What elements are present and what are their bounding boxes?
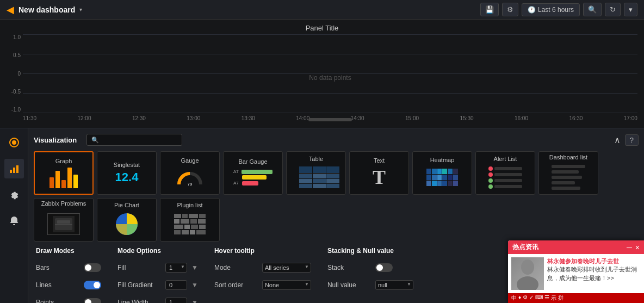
sort-order-label: Sort order [214,281,258,289]
taskbar-icons: 中 ♦ ⚙ ✓ ⌨ ☰ 示 拼 [511,294,564,302]
chart-body: No data points 11:30 12:00 12:30 13:00 1… [23,34,637,121]
mode-options-title: Mode Options [117,247,198,255]
svg-rect-9 [57,220,70,224]
y-label-1: 1.0 [7,34,21,40]
viz-heatmap-label: Heatmap [430,157,455,163]
svg-rect-7 [55,218,72,230]
fill-option-row: Fill ▼ [117,261,198,274]
svg-point-1 [12,140,16,145]
viz-item-heatmap[interactable]: Heatmap [412,151,472,195]
search-icon: 🔍 [91,137,99,144]
chart-scrollbar[interactable] [308,118,352,121]
sort-order-option-row: Sort order None Ascending Descending [214,279,311,292]
fill-input[interactable] [165,263,187,273]
y-label-2: 0.5 [7,52,21,58]
viz-item-singlestat[interactable]: Singlestat 12.4 [97,151,157,195]
svg-rect-3 [13,168,15,173]
viz-item-piechart[interactable]: Pie Chart [97,198,157,242]
mode-option-row: Mode All series Single [214,261,311,274]
back-button[interactable]: ◀ [7,4,14,16]
refresh-button[interactable]: ↻ [605,3,621,16]
refresh-dropdown[interactable]: ▾ [624,3,637,16]
stack-toggle[interactable] [375,263,393,272]
svg-rect-2 [10,170,12,173]
null-value-option-row: Null value null connected null as zero [327,279,413,292]
viz-text-label: Text [374,157,385,164]
null-value-label: Null value [327,281,371,289]
alertlist-icon [486,164,524,191]
viz-search-box: 🔍 [86,134,182,146]
notif-body-text: 林永健春晚彩排时收到儿子去世消息，成为他一生最痛！>> [547,266,637,281]
sidebar-icon-settings[interactable] [4,185,24,205]
sidebar-icon-bell[interactable] [4,211,24,231]
sort-order-select-wrap: None Ascending Descending [262,280,311,290]
viz-singlestat-label: Singlestat [114,162,140,168]
points-option-row: Points [36,296,101,303]
singlestat-icon: 12.4 [115,170,139,184]
line-width-arrow[interactable]: ▼ [191,299,198,303]
notif-minimize-button[interactable]: ─ [627,243,632,252]
sidebar [0,128,28,303]
viz-gauge-label: Gauge [181,157,199,164]
viz-item-text[interactable]: Text T [349,151,409,195]
viz-bargauge-label: Bar Gauge [238,158,267,165]
header-right: 💾 ⚙ 🕐 Last 6 hours 🔍 ↻ ▾ [480,3,637,16]
viz-help-button[interactable]: ? [625,134,639,146]
bars-option-row: Bars [36,261,101,274]
svg-point-11 [521,259,534,275]
search-button[interactable]: 🔍 [583,3,602,16]
dashlist-icon [549,163,587,192]
chart-container: 1.0 0.5 0 -0.5 -1.0 No data points 11:30… [7,34,637,121]
viz-item-pluginlist[interactable]: Plugin list [160,198,220,242]
fill-gradient-arrow[interactable]: ▼ [191,281,198,289]
viz-alertlist-label: Alert List [494,156,517,162]
viz-search-input[interactable] [101,136,177,144]
y-label-5: -1.0 [7,107,21,113]
sort-order-select[interactable]: None Ascending Descending [262,280,311,290]
sidebar-icon-layers[interactable] [4,133,24,152]
mode-options-group: Mode Options Fill ▼ Fill Gradient ▼ [117,247,198,303]
dashboard-dropdown-arrow[interactable]: ▾ [79,7,82,13]
time-range-button[interactable]: 🕐 Last 6 hours [522,3,580,16]
viz-item-dashlist[interactable]: Dashboard list [538,151,598,195]
panel-title: Panel Title [7,24,637,32]
viz-item-bargauge[interactable]: Bar Gauge A7 A7 [223,151,283,195]
y-axis: 1.0 0.5 0 -0.5 -1.0 [7,34,23,121]
stack-label: Stack [327,264,371,271]
notif-taskbar: 中 ♦ ⚙ ✓ ⌨ ☰ 示 拼 [508,293,644,303]
draw-modes-title: Draw Modes [36,247,101,255]
save-icon-button[interactable]: 💾 [480,3,499,16]
viz-item-table[interactable]: Table [286,151,346,195]
viz-item-gauge[interactable]: Gauge 79 [160,151,220,195]
fill-gradient-input[interactable] [165,280,187,290]
zabbix-icon [43,209,84,239]
null-value-select[interactable]: null connected null as zero [375,280,413,290]
header-left: ◀ New dashboard ▾ [7,4,82,16]
viz-zabbix-label: Zabbix Problems [41,200,86,207]
text-icon: T [373,166,386,189]
svg-text:79: 79 [188,182,193,187]
heatmap-icon [423,165,461,189]
notif-close-button[interactable]: × [635,243,640,252]
gauge-icon: 79 [174,166,206,189]
lines-toggle[interactable] [84,281,101,289]
viz-dashlist-label: Dashboard list [549,154,587,160]
sidebar-icon-chart[interactable] [4,159,24,178]
fill-arrow[interactable]: ▼ [191,264,198,271]
mode-select[interactable]: All series Single [262,263,311,273]
viz-item-graph[interactable]: Graph [34,151,94,195]
viz-collapse-button[interactable]: ∧ [614,135,621,145]
bars-toggle[interactable] [84,263,101,272]
viz-title: Visualization [34,136,77,144]
settings-icon-button[interactable]: ⚙ [502,3,518,16]
table-icon [297,164,335,190]
line-width-input[interactable] [165,298,187,303]
viz-item-zabbix[interactable]: Zabbix Problems [34,198,94,242]
bars-label: Bars [36,264,79,271]
chart-grid [23,34,637,113]
viz-item-alertlist[interactable]: Alert List [475,151,535,195]
notif-headline: 林永健参加春晚时儿子去世 [547,258,619,264]
line-width-option-row: Line Width ▼ [117,296,198,303]
fill-gradient-label: Fill Gradient [117,281,161,289]
points-toggle[interactable] [84,298,101,303]
